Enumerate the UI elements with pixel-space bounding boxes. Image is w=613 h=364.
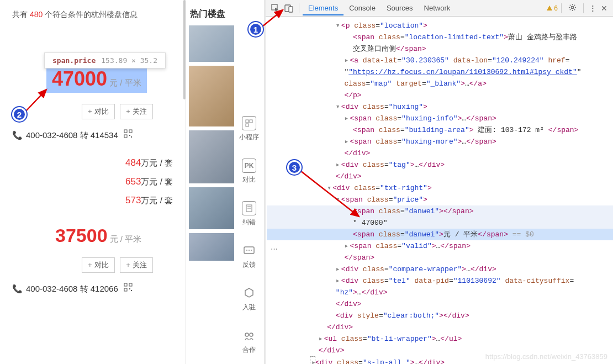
side-join[interactable]: 入驻: [242, 286, 256, 312]
svg-point-18: [249, 250, 250, 251]
gear-icon[interactable]: [568, 3, 577, 13]
price-line-1: 484万元 / 套: [12, 157, 173, 168]
price-line-2: 653万元 / 套: [12, 176, 173, 187]
tab-network[interactable]: Network: [419, 1, 456, 15]
listing-2: 37500元 / 平米 +对比 +关注 📞400-032-4608 转 4120…: [12, 214, 173, 294]
tree-link[interactable]: "https://hz.focus.cn/loupan/110130692.ht…: [348, 68, 577, 76]
cooperate-icon: [242, 329, 256, 343]
tab-sources[interactable]: Sources: [381, 1, 419, 15]
follow-button-2[interactable]: +关注: [120, 257, 153, 273]
gutter-dots: ⋯: [271, 245, 278, 254]
svg-rect-2: [124, 135, 127, 138]
pk-icon: PK: [242, 159, 256, 173]
scroll-indicator[interactable]: [183, 0, 186, 99]
callout-2: 2: [12, 107, 27, 122]
qr-icon[interactable]: [124, 284, 133, 293]
side-label: 对比: [242, 175, 256, 184]
svg-point-21: [250, 333, 253, 336]
tree-text: 萧山 金鸡路与盈丰路: [508, 33, 577, 41]
side-feedback[interactable]: 反馈: [242, 244, 256, 270]
price-line-3: 573万元 / 套: [12, 195, 173, 206]
warning-count[interactable]: 6: [547, 4, 558, 12]
inspect-element-icon[interactable]: [271, 4, 280, 13]
compare-button[interactable]: +对比: [82, 104, 115, 119]
svg-rect-4: [131, 136, 132, 138]
svg-rect-12: [246, 124, 249, 126]
price-value-2: 37500: [55, 225, 108, 246]
price-value: 47000: [52, 67, 107, 90]
thumbnails-panel: 热门楼盘: [185, 0, 237, 364]
tel-number[interactable]: 400-032-4608 转 414534: [26, 130, 118, 140]
svg-rect-1: [129, 130, 132, 133]
callout-3: 3: [287, 160, 302, 175]
side-label: 纠错: [242, 218, 256, 227]
side-miniprogram[interactable]: 小程序: [239, 116, 259, 142]
side-toolbar: 小程序 PK 对比 纠错 反馈 入驻 合作: [237, 116, 261, 364]
thumb-5[interactable]: [189, 233, 234, 261]
svg-point-19: [251, 250, 252, 251]
thumb-2[interactable]: [189, 66, 234, 126]
thumb-4[interactable]: [189, 187, 234, 229]
inspect-tooltip: span.price153.89 × 35.2: [44, 52, 166, 68]
svg-rect-5: [124, 283, 127, 286]
count-number: 480: [30, 10, 43, 19]
listing-panel: 共有 480 个符合条件的杭州楼盘信息 span.price153.89 × 3…: [0, 0, 185, 364]
hot-listings-title: 热门楼盘: [188, 0, 235, 25]
elements-tree[interactable]: ▾<p class="location"> <span class="locat…: [266, 17, 613, 364]
svg-rect-11: [250, 120, 252, 123]
side-report[interactable]: 纠错: [242, 201, 256, 227]
price-highlight[interactable]: 47000元 / 平米: [46, 65, 147, 93]
phone-icon: 📞: [12, 130, 23, 140]
count-suffix: 个符合条件的杭州楼盘信息: [43, 10, 138, 19]
selected-node[interactable]: <span class="danwei">元 / 平米</span> == $0: [267, 229, 613, 240]
device-toggle-icon[interactable]: [284, 4, 293, 13]
devtools-toolbar: Elements Console Sources Network 6 ⋮ ✕: [266, 0, 613, 17]
follow-button[interactable]: +关注: [120, 104, 153, 119]
tel-row-2: 📞400-032-4608 转 412066: [12, 283, 173, 294]
side-label: 反馈: [242, 260, 256, 270]
miniprogram-icon: [242, 116, 256, 130]
tab-elements[interactable]: Elements: [303, 1, 344, 15]
compare-button-2[interactable]: +对比: [82, 257, 115, 273]
tooltip-dimensions: 153.89 × 35.2: [101, 56, 157, 65]
svg-rect-24: [289, 7, 293, 12]
qr-icon[interactable]: [124, 130, 133, 140]
tooltip-selector: span.price: [52, 56, 96, 65]
action-buttons-2: +对比 +关注: [78, 257, 173, 273]
svg-point-20: [245, 333, 249, 336]
svg-rect-6: [129, 283, 132, 286]
svg-rect-8: [129, 288, 130, 289]
side-label: 小程序: [239, 133, 259, 142]
tab-console[interactable]: Console: [344, 1, 381, 15]
action-buttons: +对比 +关注: [78, 104, 173, 119]
phone-icon: 📞: [12, 284, 23, 293]
svg-point-17: [246, 250, 247, 251]
side-label: 合作: [242, 345, 256, 355]
result-count: 共有 480 个符合条件的杭州楼盘信息: [12, 10, 173, 20]
side-pk[interactable]: PK 对比: [242, 159, 256, 184]
watermark: https://blog.csdn.net/weixin_43763859: [485, 352, 607, 361]
svg-rect-7: [124, 288, 127, 291]
more-icon[interactable]: ⋮: [589, 4, 596, 12]
price-unit-2: 元 / 平米: [110, 234, 142, 244]
feedback-icon: [242, 244, 256, 258]
svg-rect-0: [124, 130, 127, 133]
thumb-1[interactable]: [189, 25, 234, 62]
tel-number-2[interactable]: 400-032-4608 转 412066: [26, 284, 118, 293]
svg-rect-3: [129, 135, 130, 136]
thumb-3[interactable]: [189, 130, 234, 183]
svg-point-25: [571, 6, 574, 9]
count-prefix: 共有: [12, 10, 30, 19]
svg-rect-10: [246, 120, 249, 123]
callout-1: 1: [249, 22, 263, 36]
side-label: 入驻: [242, 303, 256, 312]
price-unit: 元 / 平米: [109, 78, 141, 87]
join-icon: [242, 286, 256, 300]
report-icon: [242, 201, 256, 215]
svg-rect-9: [131, 290, 132, 291]
tel-row: 📞400-032-4608 转 414534: [12, 129, 173, 141]
side-cooperate[interactable]: 合作: [242, 329, 256, 355]
close-icon[interactable]: ✕: [601, 4, 607, 13]
